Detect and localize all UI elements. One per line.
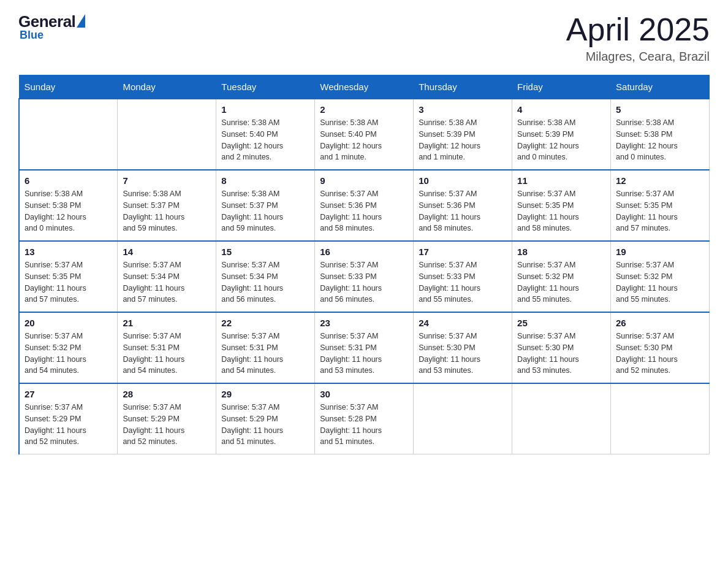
day-info: Sunrise: 5:37 AMSunset: 5:31 PMDaylight:… — [123, 331, 211, 377]
empty-day-cell — [512, 383, 611, 454]
day-number: 27 — [25, 389, 112, 399]
day-info: Sunrise: 5:37 AMSunset: 5:34 PMDaylight:… — [123, 259, 211, 305]
weekday-header-friday: Friday — [512, 75, 611, 99]
calendar-day-24: 24Sunrise: 5:37 AMSunset: 5:30 PMDayligh… — [414, 312, 512, 383]
day-number: 23 — [320, 318, 408, 328]
calendar-day-2: 2Sunrise: 5:38 AMSunset: 5:40 PMDaylight… — [315, 99, 414, 170]
day-number: 25 — [517, 318, 605, 328]
day-info: Sunrise: 5:37 AMSunset: 5:32 PMDaylight:… — [517, 259, 605, 305]
day-info: Sunrise: 5:37 AMSunset: 5:36 PMDaylight:… — [419, 188, 507, 234]
day-number: 28 — [123, 389, 211, 399]
day-info: Sunrise: 5:38 AMSunset: 5:40 PMDaylight:… — [221, 117, 309, 163]
day-info: Sunrise: 5:38 AMSunset: 5:37 PMDaylight:… — [123, 188, 211, 234]
day-number: 30 — [320, 389, 408, 399]
day-number: 4 — [517, 104, 605, 115]
day-number: 16 — [320, 247, 408, 257]
calendar-day-13: 13Sunrise: 5:37 AMSunset: 5:35 PMDayligh… — [19, 241, 118, 312]
empty-day-cell — [118, 99, 216, 170]
day-info: Sunrise: 5:38 AMSunset: 5:39 PMDaylight:… — [517, 117, 605, 163]
day-info: Sunrise: 5:38 AMSunset: 5:40 PMDaylight:… — [320, 117, 408, 163]
calendar-day-30: 30Sunrise: 5:37 AMSunset: 5:28 PMDayligh… — [315, 383, 414, 454]
day-number: 24 — [419, 318, 507, 328]
calendar-day-20: 20Sunrise: 5:37 AMSunset: 5:32 PMDayligh… — [19, 312, 118, 383]
calendar-day-5: 5Sunrise: 5:38 AMSunset: 5:38 PMDaylight… — [611, 99, 710, 170]
calendar-day-18: 18Sunrise: 5:37 AMSunset: 5:32 PMDayligh… — [512, 241, 611, 312]
day-number: 22 — [221, 318, 309, 328]
day-info: Sunrise: 5:37 AMSunset: 5:30 PMDaylight:… — [419, 331, 507, 377]
day-number: 7 — [123, 175, 211, 186]
location-text: Milagres, Ceara, Brazil — [566, 50, 710, 64]
day-info: Sunrise: 5:37 AMSunset: 5:35 PMDaylight:… — [25, 259, 112, 305]
weekday-header-tuesday: Tuesday — [216, 75, 315, 99]
calendar-day-10: 10Sunrise: 5:37 AMSunset: 5:36 PMDayligh… — [414, 170, 512, 241]
month-title: April 2025 — [566, 12, 710, 47]
day-number: 18 — [517, 247, 605, 257]
weekday-header-wednesday: Wednesday — [315, 75, 414, 99]
day-info: Sunrise: 5:37 AMSunset: 5:28 PMDaylight:… — [320, 402, 408, 448]
calendar-day-21: 21Sunrise: 5:37 AMSunset: 5:31 PMDayligh… — [118, 312, 216, 383]
calendar-header-row: SundayMondayTuesdayWednesdayThursdayFrid… — [19, 75, 710, 99]
day-info: Sunrise: 5:37 AMSunset: 5:31 PMDaylight:… — [221, 331, 309, 377]
day-info: Sunrise: 5:37 AMSunset: 5:30 PMDaylight:… — [616, 331, 704, 377]
day-number: 15 — [221, 247, 309, 257]
day-info: Sunrise: 5:37 AMSunset: 5:29 PMDaylight:… — [25, 402, 112, 448]
day-info: Sunrise: 5:38 AMSunset: 5:39 PMDaylight:… — [419, 117, 507, 163]
day-number: 1 — [221, 104, 309, 115]
day-info: Sunrise: 5:37 AMSunset: 5:30 PMDaylight:… — [517, 331, 605, 377]
calendar-day-22: 22Sunrise: 5:37 AMSunset: 5:31 PMDayligh… — [216, 312, 315, 383]
calendar-week-row: 6Sunrise: 5:38 AMSunset: 5:38 PMDaylight… — [19, 170, 710, 241]
weekday-header-saturday: Saturday — [611, 75, 710, 99]
weekday-header-sunday: Sunday — [19, 75, 118, 99]
calendar-day-16: 16Sunrise: 5:37 AMSunset: 5:33 PMDayligh… — [315, 241, 414, 312]
day-number: 12 — [616, 175, 704, 186]
calendar-day-23: 23Sunrise: 5:37 AMSunset: 5:31 PMDayligh… — [315, 312, 414, 383]
day-info: Sunrise: 5:37 AMSunset: 5:32 PMDaylight:… — [616, 259, 704, 305]
calendar-day-14: 14Sunrise: 5:37 AMSunset: 5:34 PMDayligh… — [118, 241, 216, 312]
calendar-day-19: 19Sunrise: 5:37 AMSunset: 5:32 PMDayligh… — [611, 241, 710, 312]
calendar-day-25: 25Sunrise: 5:37 AMSunset: 5:30 PMDayligh… — [512, 312, 611, 383]
calendar-week-row: 13Sunrise: 5:37 AMSunset: 5:35 PMDayligh… — [19, 241, 710, 312]
empty-day-cell — [611, 383, 710, 454]
logo: General Blue — [18, 12, 85, 42]
day-number: 13 — [25, 247, 112, 257]
day-number: 21 — [123, 318, 211, 328]
day-info: Sunrise: 5:37 AMSunset: 5:29 PMDaylight:… — [123, 402, 211, 448]
calendar-day-1: 1Sunrise: 5:38 AMSunset: 5:40 PMDaylight… — [216, 99, 315, 170]
calendar-day-6: 6Sunrise: 5:38 AMSunset: 5:38 PMDaylight… — [19, 170, 118, 241]
calendar-day-29: 29Sunrise: 5:37 AMSunset: 5:29 PMDayligh… — [216, 383, 315, 454]
day-info: Sunrise: 5:37 AMSunset: 5:35 PMDaylight:… — [517, 188, 605, 234]
day-info: Sunrise: 5:37 AMSunset: 5:32 PMDaylight:… — [25, 331, 112, 377]
calendar-day-17: 17Sunrise: 5:37 AMSunset: 5:33 PMDayligh… — [414, 241, 512, 312]
calendar-day-11: 11Sunrise: 5:37 AMSunset: 5:35 PMDayligh… — [512, 170, 611, 241]
calendar-day-4: 4Sunrise: 5:38 AMSunset: 5:39 PMDaylight… — [512, 99, 611, 170]
day-number: 26 — [616, 318, 704, 328]
empty-day-cell — [19, 99, 118, 170]
day-number: 2 — [320, 104, 408, 115]
day-number: 20 — [25, 318, 112, 328]
title-section: April 2025 Milagres, Ceara, Brazil — [566, 12, 710, 64]
calendar-day-27: 27Sunrise: 5:37 AMSunset: 5:29 PMDayligh… — [19, 383, 118, 454]
day-number: 11 — [517, 175, 605, 186]
day-number: 9 — [320, 175, 408, 186]
day-info: Sunrise: 5:37 AMSunset: 5:35 PMDaylight:… — [616, 188, 704, 234]
day-number: 17 — [419, 247, 507, 257]
calendar-week-row: 1Sunrise: 5:38 AMSunset: 5:40 PMDaylight… — [19, 99, 710, 170]
calendar-day-9: 9Sunrise: 5:37 AMSunset: 5:36 PMDaylight… — [315, 170, 414, 241]
day-info: Sunrise: 5:37 AMSunset: 5:36 PMDaylight:… — [320, 188, 408, 234]
calendar-day-8: 8Sunrise: 5:38 AMSunset: 5:37 PMDaylight… — [216, 170, 315, 241]
page-header: General Blue April 2025 Milagres, Ceara,… — [18, 12, 710, 64]
calendar-day-12: 12Sunrise: 5:37 AMSunset: 5:35 PMDayligh… — [611, 170, 710, 241]
day-info: Sunrise: 5:38 AMSunset: 5:38 PMDaylight:… — [25, 188, 112, 234]
day-number: 6 — [25, 175, 112, 186]
calendar-week-row: 20Sunrise: 5:37 AMSunset: 5:32 PMDayligh… — [19, 312, 710, 383]
day-info: Sunrise: 5:37 AMSunset: 5:33 PMDaylight:… — [320, 259, 408, 305]
logo-triangle-icon — [77, 14, 85, 28]
empty-day-cell — [414, 383, 512, 454]
weekday-header-monday: Monday — [118, 75, 216, 99]
calendar-day-15: 15Sunrise: 5:37 AMSunset: 5:34 PMDayligh… — [216, 241, 315, 312]
weekday-header-thursday: Thursday — [414, 75, 512, 99]
calendar-day-28: 28Sunrise: 5:37 AMSunset: 5:29 PMDayligh… — [118, 383, 216, 454]
day-number: 19 — [616, 247, 704, 257]
day-number: 3 — [419, 104, 507, 115]
day-info: Sunrise: 5:37 AMSunset: 5:33 PMDaylight:… — [419, 259, 507, 305]
